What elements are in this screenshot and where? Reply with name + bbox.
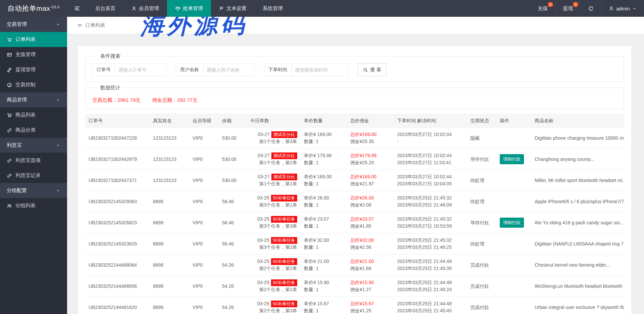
cell-status: 待处理 (467, 170, 496, 191)
refresh-button[interactable] (580, 0, 601, 17)
sidebar-item-interest-options[interactable]: 利息宝选项 (0, 153, 67, 168)
quantity: 数量: 1 (304, 159, 343, 166)
tab-members[interactable]: 会员管理 (123, 0, 167, 17)
tab-system[interactable]: 系统管理 (255, 0, 291, 17)
cell-status: 待处理 (467, 233, 496, 255)
cell-vip-level: VIP0 (189, 212, 219, 233)
trade-total: 交易总额：2961.79元 (92, 97, 141, 103)
today-task: 第2个任务，第3单 (250, 307, 297, 314)
withdraw-button[interactable]: 提现 0 (555, 0, 580, 17)
unfreeze-time: 2023年03月27日 10:04:05 (397, 180, 464, 187)
cell-price-qty: 单价¥ 15.67 数量: 1 (301, 297, 347, 314)
stats-fieldset: 数据统计 交易总额：2961.79元 佣金总额：292.77元 (85, 85, 624, 109)
order-time: 2023年03月25日 21:45:32 (397, 216, 464, 223)
cell-status: 待处理 (467, 191, 496, 212)
total-price: 总价¥15.90 (350, 279, 390, 286)
flag-icon (219, 6, 224, 11)
cell-total-commission: 总价¥15.90 佣金¥1.27 (347, 276, 394, 297)
unfreeze-time: 2023年03月25日 21:46:25 (397, 244, 464, 251)
sidebar-item-product-category[interactable]: 商品分类 (0, 123, 67, 138)
recharge-button[interactable]: 充值 0 (530, 0, 555, 17)
link-icon (7, 173, 12, 178)
total-price: 总价¥179.99 (350, 152, 390, 159)
header-total-commission: 总价佣金 (347, 114, 394, 128)
sidebar-group-grouping[interactable]: 分组配置 (0, 183, 67, 198)
force-pay-button[interactable]: 强制付款 (500, 218, 524, 228)
sidebar: 交易管理 订单列表 充值管理 提现管理 交易控制 商品管理 商品列表 商品分类 … (0, 17, 67, 314)
sidebar-item-withdraw[interactable]: 提现管理 (0, 62, 67, 77)
cell-order-no: UB2303271002442879 (85, 149, 150, 170)
cell-vip-level: VIP0 (189, 170, 219, 191)
today-task: 第3个任务，第2单 (250, 244, 297, 251)
cell-balance: 58.46 (219, 233, 247, 255)
header-order-no: 订单号 (85, 114, 150, 128)
order-time-input[interactable] (291, 64, 348, 76)
quantity: 数量: 1 (304, 201, 343, 209)
cell-order-no: UB2303271002447371 (85, 170, 150, 191)
cell-order-no: UB2303252145328063 (85, 191, 150, 212)
header-action: 操作 (496, 114, 531, 128)
sidebar-item-interest-records[interactable]: 利息宝记录 (0, 168, 67, 183)
cell-times: 2023年03月25日 21:45:32 2023年03月25日 21:46:0… (394, 191, 467, 212)
cell-product: Changhong anyang county... (531, 149, 624, 170)
cell-price-qty: 单价¥ 15.90 数量: 1 (301, 276, 347, 297)
unfreeze-time: 2023年03月25日 21:45:35 (397, 265, 464, 272)
header-product: 商品名称 (531, 114, 624, 128)
tab-dashboard[interactable]: 后台首页 (87, 0, 123, 17)
table-row: UB2303252145326823 8899 VIP0 58.46 03-25… (85, 212, 624, 233)
table-row: UB2303271002442879 123123123 VIP0 530.00… (85, 149, 624, 170)
sidebar-item-order-list[interactable]: 订单列表 (0, 32, 67, 47)
sidebar-item-trade-control[interactable]: 交易控制 (0, 77, 67, 92)
tab-order-grab[interactable]: 抢单管理 (167, 0, 211, 17)
cell-times: 2023年03月25日 21:45:32 2023年03月25日 21:46:2… (394, 233, 467, 255)
cell-order-no: UB2303252144488064 (85, 255, 150, 276)
unfreeze-time: - (397, 138, 464, 145)
menu-toggle-button[interactable] (67, 0, 87, 17)
card-icon (7, 52, 12, 57)
app-version: V3.0 (51, 5, 60, 9)
header-today-orders: 今日单数 (247, 114, 301, 128)
cell-action (496, 191, 531, 212)
username-input[interactable] (203, 64, 254, 76)
today-date: 03-27 (258, 153, 270, 158)
tab-text-settings[interactable]: 文本设置 (211, 0, 255, 17)
order-no-input[interactable] (115, 64, 166, 76)
header-times: 下单时间 解冻时间 (394, 114, 467, 128)
username-field: 用户名称 (176, 63, 255, 76)
breadcrumb-label: 订单列表 (85, 22, 105, 29)
cell-price-qty: 单价¥ 32.00 数量: 1 (301, 233, 347, 255)
quantity: 数量: 1 (304, 244, 343, 251)
user-menu[interactable]: admin (601, 0, 644, 17)
breadcrumb-mark: ≫ (77, 22, 83, 28)
cell-price-qty: 单价¥ 169.00 数量: 1 (301, 170, 347, 191)
cell-balance: 530.00 (219, 128, 247, 149)
quantity: 数量: 1 (304, 180, 343, 187)
task-type-badge: 50补单任务 (271, 195, 297, 201)
cell-real-name: 8899 (150, 212, 189, 233)
link-icon (7, 158, 12, 163)
quantity: 数量: 1 (304, 265, 343, 272)
sidebar-item-group-list[interactable]: 分组列表 (0, 198, 67, 213)
commission: 佣金¥1.25 (350, 307, 390, 314)
cell-total-commission: 总价¥15.67 佣金¥1.25 (347, 297, 394, 314)
cell-today-orders: 03-2550补单任务 第3个任务，第3单 (247, 212, 301, 233)
cell-real-name: 8899 (150, 297, 189, 314)
sidebar-group-trade[interactable]: 交易管理 (0, 17, 67, 32)
task-type-badge: 测试百分比 (271, 131, 297, 138)
sidebar-group-products[interactable]: 商品管理 (0, 92, 67, 107)
hamburger-icon (74, 5, 80, 11)
breadcrumb: ≫ 订单列表 (67, 17, 644, 34)
table-row: UB2303252145323629 8899 VIP0 58.46 03-25… (85, 233, 624, 255)
force-pay-button[interactable]: 强制付款 (500, 154, 524, 164)
gauge-icon (7, 82, 12, 88)
search-button[interactable]: 搜 索 (358, 63, 386, 76)
sidebar-group-interest[interactable]: 利息宝 (0, 138, 67, 153)
sidebar-item-recharge[interactable]: 充值管理 (0, 47, 67, 62)
cell-total-commission: 总价¥169.00 佣金¥25.35 (347, 128, 394, 149)
total-price: 总价¥32.00 (350, 237, 390, 244)
commission: 佣金¥21.97 (350, 180, 390, 187)
stats-legend: 数据统计 (97, 85, 124, 91)
cell-status: 完成付款 (467, 255, 496, 276)
sidebar-item-product-list[interactable]: 商品列表 (0, 107, 67, 123)
today-date: 03-27 (258, 132, 270, 137)
